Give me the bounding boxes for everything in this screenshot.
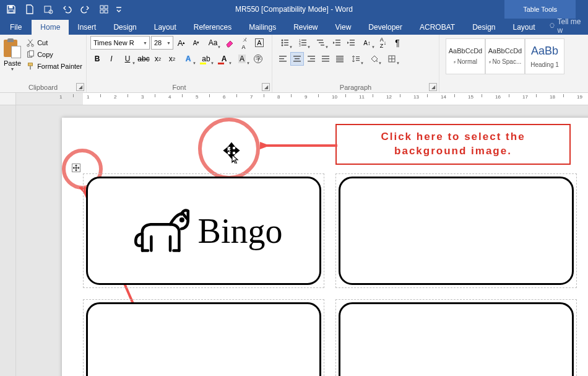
decrease-indent-button[interactable] xyxy=(330,36,344,50)
annotation-select-bg: Click here to select the background imag… xyxy=(335,124,571,165)
save-icon[interactable] xyxy=(2,1,20,17)
vertical-ruler[interactable] xyxy=(0,105,16,376)
tab-mailings[interactable]: Mailings xyxy=(240,20,285,35)
font-name-combo[interactable]: Times New R▼ xyxy=(90,36,150,50)
svg-rect-53 xyxy=(356,60,360,61)
increase-indent-button[interactable] xyxy=(344,36,358,50)
svg-point-59 xyxy=(181,219,183,221)
borders-icon xyxy=(387,55,396,63)
svg-point-14 xyxy=(282,40,283,42)
tab-layout[interactable]: Layout xyxy=(145,20,185,35)
character-border-button[interactable]: A xyxy=(253,36,266,50)
grow-font-button[interactable]: A▴ xyxy=(175,36,188,50)
tab-references[interactable]: References xyxy=(185,20,240,35)
svg-rect-46 xyxy=(322,61,329,62)
align-right-button[interactable] xyxy=(305,52,318,66)
tab-developer[interactable]: Developer xyxy=(360,20,411,35)
multilevel-icon xyxy=(316,38,325,47)
multilevel-list-button[interactable]: ▼ xyxy=(312,36,329,50)
asian-layout-button[interactable]: A↕▼ xyxy=(358,36,376,50)
move-cursor-icon[interactable] xyxy=(219,140,244,165)
change-case-button[interactable]: Aa▼ xyxy=(204,36,222,50)
svg-rect-37 xyxy=(279,61,287,62)
svg-rect-49 xyxy=(336,59,344,61)
svg-rect-50 xyxy=(336,61,344,63)
bold-button[interactable]: B xyxy=(90,52,104,66)
cut-button[interactable]: Cut xyxy=(24,37,85,48)
paste-button[interactable]: Paste ▼ xyxy=(4,36,21,77)
clear-formatting-button[interactable] xyxy=(223,36,236,50)
qat-customize-icon[interactable] xyxy=(114,1,124,17)
clipboard-dialog-launcher[interactable]: ◢ xyxy=(76,83,84,91)
shrink-font-button[interactable]: A▾ xyxy=(189,36,203,50)
undo-icon[interactable] xyxy=(58,1,76,17)
tab-acrobat[interactable]: ACROBAT xyxy=(411,20,464,35)
svg-point-18 xyxy=(282,45,283,46)
shading-button[interactable]: ▼ xyxy=(365,52,383,66)
text-effects-button[interactable]: A▼ xyxy=(179,52,197,66)
tab-design[interactable]: Design xyxy=(105,20,145,35)
svg-rect-26 xyxy=(317,40,323,41)
align-center-button[interactable] xyxy=(290,52,304,66)
svg-rect-52 xyxy=(356,58,360,59)
lightbulb-icon xyxy=(549,22,555,30)
table-cell[interactable] xyxy=(335,299,577,376)
svg-rect-40 xyxy=(293,61,301,62)
phonetic-guide-button[interactable]: ㄨA xyxy=(238,36,251,50)
format-painter-button[interactable]: Format Painter xyxy=(24,61,85,72)
tell-me-search[interactable]: Tell me w xyxy=(544,17,588,35)
tab-insert[interactable]: Insert xyxy=(69,20,105,35)
svg-rect-31 xyxy=(335,45,340,46)
table-properties-icon[interactable] xyxy=(95,1,113,17)
paste-icon xyxy=(4,38,21,58)
strikethrough-button[interactable]: abc xyxy=(137,52,150,66)
paragraph-dialog-launcher[interactable]: ◢ xyxy=(429,83,437,91)
table-cell[interactable]: Bingo xyxy=(83,173,324,288)
font-color-button[interactable]: A▼ xyxy=(215,52,233,66)
redo-icon[interactable] xyxy=(77,1,94,17)
italic-button[interactable]: I xyxy=(105,52,118,66)
group-label-paragraph: Paragraph xyxy=(272,84,439,91)
sort-button[interactable]: AZ↓ xyxy=(376,36,390,50)
character-shading-button[interactable]: A▼ xyxy=(233,52,251,66)
group-styles: AaBbCcDd ⸗ Normal AaBbCcDd ⸗ No Spac... … xyxy=(439,35,588,92)
distributed-button[interactable] xyxy=(333,52,347,66)
page[interactable]: Click here to select the background imag… xyxy=(62,118,588,376)
label-table[interactable]: Bingo xyxy=(83,173,577,376)
numbering-button[interactable]: 123▼ xyxy=(294,36,311,50)
style-heading1[interactable]: AaBb Heading 1 xyxy=(525,38,564,74)
subscript-button[interactable]: x2 xyxy=(151,52,165,66)
underline-button[interactable]: U▼ xyxy=(119,52,136,66)
tab-review[interactable]: Review xyxy=(285,20,326,35)
horizontal-ruler[interactable]: 11234567891011121314151617181920 xyxy=(0,93,588,105)
superscript-button[interactable]: x2 xyxy=(165,52,179,66)
highlight-button[interactable]: ab▼ xyxy=(197,52,215,66)
font-dialog-launcher[interactable]: ◢ xyxy=(262,83,270,91)
borders-button[interactable]: ▼ xyxy=(383,52,400,66)
font-size-combo[interactable]: 28▼ xyxy=(151,36,173,50)
svg-rect-39 xyxy=(295,58,300,59)
new-icon[interactable] xyxy=(21,1,38,17)
table-move-handle[interactable] xyxy=(72,164,80,172)
tab-file[interactable]: File xyxy=(0,20,32,35)
tab-table-design[interactable]: Design xyxy=(464,20,504,35)
align-left-button[interactable] xyxy=(276,52,290,66)
table-cell[interactable] xyxy=(335,173,577,288)
tab-table-layout[interactable]: Layout xyxy=(504,20,544,35)
bullets-icon xyxy=(280,38,289,47)
tab-home[interactable]: Home xyxy=(32,20,69,35)
svg-rect-28 xyxy=(321,45,324,46)
print-preview-icon[interactable] xyxy=(40,1,57,17)
line-spacing-button[interactable]: ▼ xyxy=(347,52,365,66)
show-marks-button[interactable]: ¶ xyxy=(391,36,404,50)
enclose-characters-button[interactable]: 字 xyxy=(251,52,265,66)
justify-button[interactable] xyxy=(319,52,332,66)
style-normal[interactable]: AaBbCcDd ⸗ Normal xyxy=(446,38,485,74)
style-no-spacing[interactable]: AaBbCcDd ⸗ No Spac... xyxy=(485,38,525,74)
move-handle-icon xyxy=(73,165,79,171)
bullets-button[interactable]: ▼ xyxy=(276,36,293,50)
copy-button[interactable]: Copy xyxy=(24,49,85,60)
tab-view[interactable]: View xyxy=(327,20,360,35)
table-cell[interactable] xyxy=(83,299,324,376)
format-painter-icon xyxy=(26,62,35,71)
